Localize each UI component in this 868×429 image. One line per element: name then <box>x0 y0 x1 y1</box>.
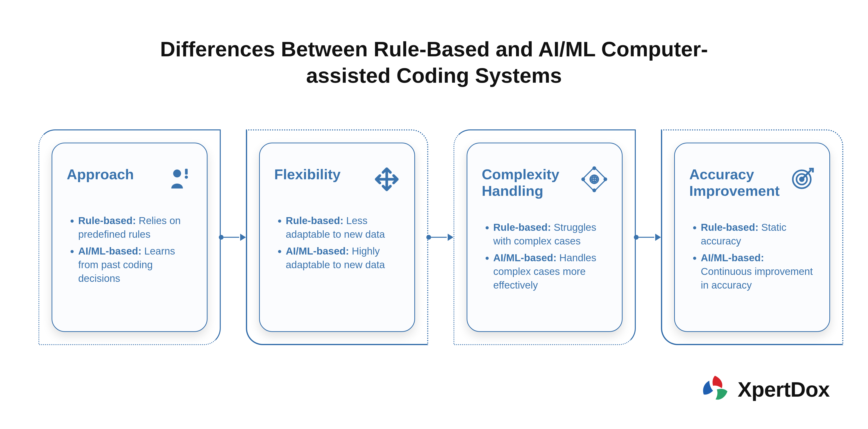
card-inner: Approach Rule-based: Relies on predefine… <box>52 142 208 332</box>
connector-line <box>431 237 447 238</box>
connector-dot <box>426 235 431 240</box>
connector-dot <box>634 235 639 240</box>
card-complexity: Complexity Handling <box>454 129 636 345</box>
card-title: Flexibility <box>274 166 341 183</box>
point-rule: Rule-based: Static accuracy <box>701 221 815 248</box>
card-head: Complexity Handling <box>482 166 608 199</box>
point-ai: AI/ML-based: Continuous improvement in a… <box>701 251 815 292</box>
card-points: Rule-based: Static accuracy AI/ML-based:… <box>689 221 815 295</box>
point-rule: Rule-based: Less adaptable to new data <box>286 214 400 241</box>
card-flexibility: Flexibility Rule-based: Less adapt <box>246 129 428 345</box>
card-title: Accuracy Improvement <box>689 166 784 199</box>
ai-label: AI/ML-based: <box>493 252 557 263</box>
ai-text: Continuous improvement in accuracy <box>701 266 813 291</box>
svg-point-0 <box>173 169 181 177</box>
point-ai: AI/ML-based: Handles complex cases more … <box>493 251 608 292</box>
rule-label: Rule-based: <box>286 215 343 226</box>
arrow-right-icon <box>655 234 661 241</box>
diagram-page: Differences Between Rule-Based and AI/ML… <box>0 0 868 429</box>
ai-label: AI/ML-based: <box>286 245 349 257</box>
globe-network-icon <box>581 166 608 193</box>
svg-point-10 <box>604 178 607 181</box>
card-inner: Accuracy Improvement Rule-based: Static … <box>674 142 830 332</box>
ai-label: AI/ML-based: <box>701 252 764 263</box>
rule-label: Rule-based: <box>78 215 136 226</box>
point-ai: AI/ML-based: Learns from past coding dec… <box>78 244 192 285</box>
arrow-right-icon <box>240 234 246 241</box>
card-points: Rule-based: Less adaptable to new data A… <box>274 214 400 275</box>
point-rule: Rule-based: Struggles with complex cases <box>493 221 608 248</box>
connector-dot <box>219 235 224 240</box>
card-approach: Approach Rule-based: Relies on predefine… <box>38 129 221 345</box>
connector-line <box>639 237 654 238</box>
arrow-right-icon <box>448 234 454 241</box>
move-icon <box>374 166 400 193</box>
rule-label: Rule-based: <box>493 222 551 233</box>
card-head: Flexibility <box>274 166 400 193</box>
card-title: Approach <box>67 166 134 183</box>
card-title: Complexity Handling <box>482 166 576 199</box>
target-icon <box>788 166 815 193</box>
svg-point-2 <box>185 176 188 179</box>
connector-arrow <box>636 237 661 238</box>
svg-point-7 <box>593 167 596 169</box>
card-accuracy: Accuracy Improvement Rule-based: Static … <box>661 129 843 345</box>
rule-label: Rule-based: <box>701 222 758 233</box>
svg-point-9 <box>582 178 584 181</box>
svg-point-8 <box>593 189 596 192</box>
card-points: Rule-based: Relies on predefined rules A… <box>67 214 192 289</box>
card-inner: Flexibility Rule-based: Less adapt <box>259 142 415 332</box>
brand-logo-icon <box>699 374 731 405</box>
card-points: Rule-based: Struggles with complex cases… <box>482 221 608 295</box>
svg-rect-1 <box>185 169 188 174</box>
card-head: Accuracy Improvement <box>689 166 815 199</box>
connector-line <box>224 237 239 238</box>
cards-row: Approach Rule-based: Relies on predefine… <box>38 129 844 345</box>
connector-arrow <box>428 237 454 238</box>
brand-name: XpertDox <box>738 377 830 402</box>
card-head: Approach <box>67 166 192 193</box>
person-icon <box>166 166 192 193</box>
card-inner: Complexity Handling <box>467 142 623 332</box>
diagram-title: Differences Between Rule-Based and AI/ML… <box>146 36 722 89</box>
connector-arrow <box>221 237 246 238</box>
point-rule: Rule-based: Relies on predefined rules <box>78 214 192 241</box>
ai-label: AI/ML-based: <box>78 245 142 257</box>
point-ai: AI/ML-based: Highly adaptable to new dat… <box>286 244 400 271</box>
brand: XpertDox <box>699 374 830 405</box>
